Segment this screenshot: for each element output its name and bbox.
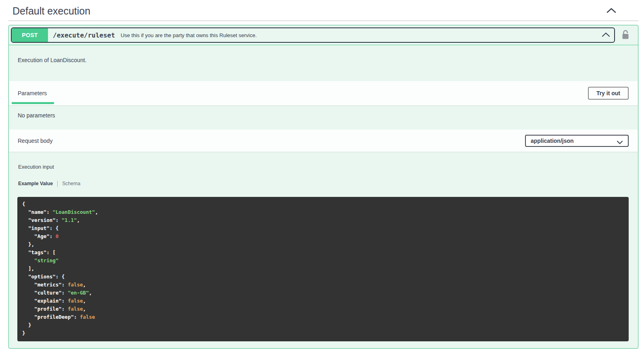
example-json-code: { "name": "LoanDiscount", "version": "1.… [17,197,629,341]
content-type-select[interactable]: application/json [525,135,629,147]
execution-input-label: Execution input [18,164,629,170]
no-parameters-message: No parameters [9,105,638,130]
chevron-up-icon [606,8,616,15]
method-badge: POST [12,28,48,42]
parameters-tab-underline [12,102,54,104]
operation-summary-box[interactable]: POST /execute/ruleset Use this if you ar… [11,27,615,43]
tab-schema[interactable]: Schema [62,181,80,186]
parameters-title: Parameters [18,90,47,96]
operation-path: /execute/ruleset [53,31,115,39]
code-line: { [22,200,624,208]
code-line: "explain": false, [22,297,624,305]
code-line: "options": { [22,273,624,281]
code-line: ], [22,265,624,273]
operation-summary[interactable]: POST /execute/ruleset Use this if you ar… [9,25,638,45]
code-line: "Age": 0 [22,232,624,240]
code-line: "input": { [22,224,624,232]
request-body-section-header: Request body application/json [9,130,638,152]
code-line: "tags": [ [22,249,624,257]
code-line: "version": "1.1", [22,216,624,224]
chevron-up-icon[interactable] [602,31,610,39]
operation-description-text: Execution of LoanDiscount. [18,57,629,63]
model-tabs: Example Value Schema [18,180,629,187]
operation-description: Execution of LoanDiscount. [9,45,638,81]
tab-divider [57,181,58,187]
operation-summary-text: Use this if you are the party that owns … [121,32,256,38]
operation-body: Execution of LoanDiscount. Parameters Tr… [9,45,638,349]
try-it-out-button[interactable]: Try it out [588,87,629,100]
code-line: }, [22,240,624,249]
parameters-section-header: Parameters Try it out [9,81,638,105]
section-collapse-button[interactable] [606,8,616,15]
request-body-title: Request body [18,138,52,144]
code-line: } [22,329,624,337]
code-line: "culture": "en-GB", [22,289,624,297]
code-line: "string" [22,257,624,265]
authorize-lock-button[interactable] [621,29,630,41]
code-line: "profileDeep": false [22,313,624,321]
code-line: } [22,321,624,329]
chevron-down-icon [617,139,623,146]
content-type-value: application/json [531,138,574,144]
code-line: "metrics": false, [22,281,624,289]
tab-example-value[interactable]: Example Value [18,181,53,186]
section-header: Default execution [8,0,638,21]
request-body-content: Execution input Example Value Schema { "… [9,152,638,349]
swagger-operation-page: Default execution POST /execute/ruleset … [0,0,644,349]
code-line: "profile": false, [22,305,624,313]
code-line: "name": "LoanDiscount", [22,208,624,216]
unlocked-padlock-icon [621,29,630,41]
operation-block: POST /execute/ruleset Use this if you ar… [8,25,638,349]
section-title: Default execution [13,5,90,17]
